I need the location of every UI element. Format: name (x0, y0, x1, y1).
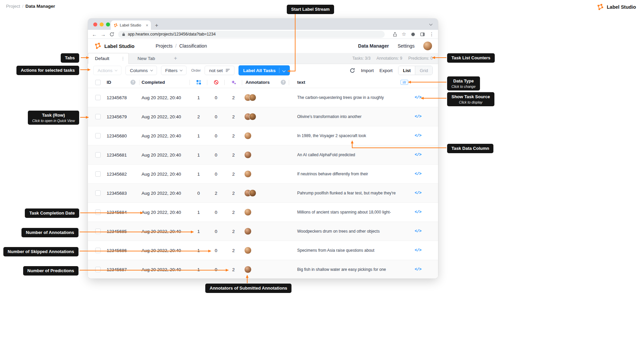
task-source-icon[interactable]: </> (415, 153, 421, 157)
label-all-tasks-button[interactable]: Label All Tasks (238, 65, 290, 75)
task-source-icon[interactable]: </> (415, 95, 421, 100)
table-row[interactable]: 12345685 Aug 20 2022, 20:40 1 0 2 Woodpe… (88, 222, 438, 241)
tab-default[interactable]: Default ⋮ (88, 53, 129, 64)
toolbar: Actions Columns Filters Order not set La… (88, 64, 438, 77)
export-button[interactable]: Export (379, 68, 392, 73)
view-grid-button[interactable]: Grid (415, 66, 432, 75)
breadcrumb-root: Project (6, 4, 20, 9)
forward-icon[interactable]: → (101, 32, 106, 37)
bookmark-star-icon[interactable]: ☆ (402, 31, 406, 37)
app-breadcrumb: Projects / Classification (156, 43, 207, 49)
new-browser-tab-button[interactable]: + (155, 22, 158, 28)
column-header-text[interactable]: text (289, 77, 398, 88)
breadcrumb-current: Data Manager (25, 4, 55, 9)
share-icon[interactable] (392, 32, 397, 37)
url-bar[interactable]: app.heartex.com/projects/123456/data?tab… (118, 31, 385, 38)
row-checkbox[interactable] (95, 133, 101, 138)
table-row[interactable]: 12345683 Aug 20 2022, 20:40 0 2 2 Pahrum… (88, 184, 438, 203)
task-annotators (242, 170, 289, 178)
column-header-predictions[interactable] (225, 77, 242, 88)
task-source-icon[interactable]: </> (415, 210, 421, 215)
app-brand-label: Label Studio (104, 43, 135, 49)
row-checkbox[interactable] (95, 95, 101, 100)
task-text: Specimens from Asia raise questions abou… (289, 248, 398, 253)
table-row[interactable]: 12345679 Aug 20 2022, 20:40 2 0 2 Olivin… (88, 107, 438, 126)
tab-search-chevron-icon[interactable] (430, 20, 432, 26)
task-source-icon[interactable]: </> (415, 133, 421, 138)
row-checkbox[interactable] (95, 209, 101, 215)
chevron-down-icon[interactable] (282, 69, 285, 72)
app-breadcrumb-projects[interactable]: Projects (156, 43, 173, 49)
task-source-icon[interactable]: </> (415, 172, 421, 176)
sidebar-panel-icon[interactable] (420, 32, 425, 37)
callout-label: Annotators of Submitted Annotations (210, 286, 287, 291)
row-checkbox-cell (93, 222, 105, 241)
table-row[interactable]: 12345681 Aug 20 2022, 20:40 1 0 2 An AI … (88, 145, 438, 165)
column-header-annotators[interactable]: Annotators ? (242, 77, 289, 88)
callout-subtitle: Click to open in Quick View (32, 119, 75, 123)
task-annotators (242, 208, 289, 216)
browser-tab[interactable]: Label Studio × (111, 20, 151, 30)
tab-close-icon[interactable]: × (146, 23, 148, 27)
view-list-button[interactable]: List (398, 66, 415, 75)
minimize-window-button[interactable] (100, 22, 104, 26)
column-header-skipped[interactable] (207, 77, 225, 88)
add-view-tab-button[interactable]: + (174, 55, 177, 62)
task-annotations-count: 2 (190, 114, 207, 119)
nav-settings[interactable]: Settings (397, 43, 415, 49)
column-header-id[interactable]: ID ? (105, 77, 140, 88)
reload-icon[interactable] (109, 32, 114, 37)
columns-dropdown[interactable]: Columns (125, 66, 157, 75)
row-checkbox[interactable] (95, 267, 101, 272)
table-row[interactable]: 12345687 Aug 20 2022, 20:40 1 0 2 Big fi… (88, 260, 438, 279)
row-checkbox[interactable] (95, 248, 101, 253)
tab-options-kebab-icon[interactable]: ⋮ (121, 56, 125, 61)
label-studio-logo-icon (94, 42, 101, 50)
task-annotators (242, 228, 289, 235)
extension-puzzle-icon[interactable] (411, 32, 416, 37)
task-completed: Aug 20 2022, 20:40 (140, 114, 190, 119)
task-predictions-count: 2 (225, 114, 242, 119)
user-avatar[interactable] (423, 42, 432, 50)
help-icon[interactable]: ? (130, 80, 136, 85)
actions-dropdown[interactable]: Actions (93, 66, 121, 75)
task-source-icon[interactable]: </> (415, 248, 421, 253)
column-header-annotations[interactable] (190, 77, 207, 88)
table-row[interactable]: 12345678 Aug 20 2022, 20:40 1 0 2 The ca… (88, 88, 438, 107)
tab-default-label: Default (95, 56, 109, 61)
table-row[interactable]: 12345684 Aug 20 2022, 20:40 1 0 2 Millio… (88, 203, 438, 222)
maximize-window-button[interactable] (106, 22, 110, 26)
callout-task-data-column: Task Data Column (447, 144, 493, 153)
table-row[interactable]: 12345680 Aug 20 2022, 20:40 1 0 2 In 198… (88, 126, 438, 145)
tab-new-tab[interactable]: New Tab (129, 53, 164, 64)
row-checkbox[interactable] (95, 114, 101, 119)
close-window-button[interactable] (93, 22, 97, 26)
import-button[interactable]: Import (361, 68, 374, 73)
callout-completion-date: Task Completion Date (25, 208, 79, 218)
task-source-icon[interactable]: </> (415, 114, 421, 119)
predictions-counter: Predictions: 0 (408, 56, 433, 61)
task-source-icon[interactable]: </> (415, 267, 421, 272)
column-header-completed[interactable]: Completed (140, 77, 190, 88)
filters-dropdown[interactable]: Filters (161, 66, 187, 75)
refresh-icon[interactable] (350, 68, 355, 73)
help-icon[interactable]: ? (281, 80, 286, 85)
nav-data-manager[interactable]: Data Manager (358, 43, 389, 49)
row-checkbox[interactable] (95, 171, 101, 177)
row-checkbox[interactable] (95, 229, 101, 234)
data-type-badge[interactable]: str (400, 80, 408, 85)
label-all-tasks-label: Label All Tasks (243, 68, 276, 73)
app-brand[interactable]: Label Studio (94, 42, 135, 50)
order-dropdown[interactable]: not set (205, 66, 234, 75)
task-source-icon[interactable]: </> (415, 191, 421, 195)
task-source-icon[interactable]: </> (415, 229, 421, 234)
select-all-checkbox[interactable] (95, 80, 101, 85)
row-checkbox[interactable] (95, 152, 101, 158)
row-checkbox[interactable] (95, 190, 101, 196)
table-row[interactable]: 12345682 Aug 20 2022, 20:40 1 0 2 If neu… (88, 165, 438, 184)
back-icon[interactable]: ← (92, 32, 97, 37)
task-completed: Aug 20 2022, 20:40 (140, 210, 190, 215)
hamburger-menu-icon[interactable] (135, 43, 141, 49)
browser-menu-kebab-icon[interactable]: ⋮ (429, 32, 434, 37)
table-row[interactable]: 12345686 Aug 20 2022, 20:40 1 0 2 Specim… (88, 241, 438, 260)
